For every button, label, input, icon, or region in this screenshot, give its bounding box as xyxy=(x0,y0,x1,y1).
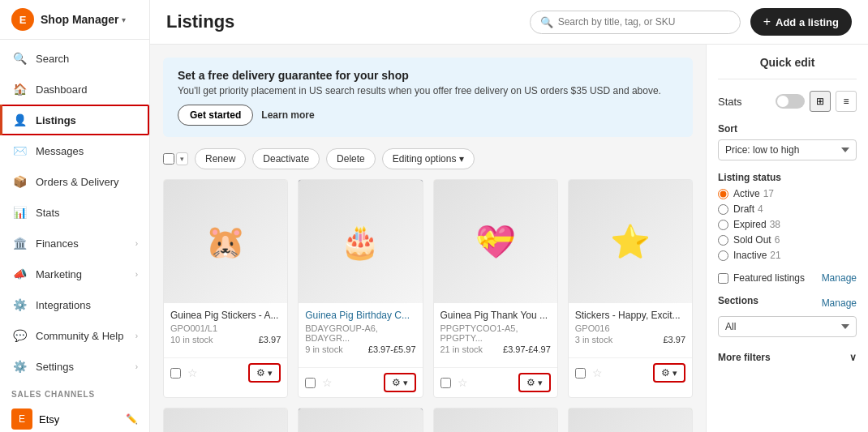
editing-options-button[interactable]: Editing options ▾ xyxy=(382,148,475,169)
listing-card[interactable]: 🐹 Guinea Pig Stickers - A... GPO001/L1 1… xyxy=(163,179,288,398)
sidebar-item-listings[interactable]: 👤 Listings xyxy=(0,105,149,135)
messages-icon: ✉️ xyxy=(11,143,28,159)
listing-card[interactable]: 🐭 Hamster Stickers... HAM001 7 in stock … xyxy=(568,408,693,432)
status-radio-draft[interactable]: Draft 4 xyxy=(718,203,857,215)
sort-section: Sort Price: low to highPrice: high to lo… xyxy=(718,123,857,160)
listing-checkbox[interactable] xyxy=(440,378,451,388)
sections-section: Sections Manage All xyxy=(718,295,857,337)
sidebar-item-messages[interactable]: ✉️ Messages xyxy=(0,135,149,166)
listing-image: 💝 xyxy=(434,180,557,303)
listing-checkbox[interactable] xyxy=(575,368,586,379)
sales-channels-label: SALES CHANNELS xyxy=(0,382,149,402)
get-started-button[interactable]: Get started xyxy=(178,105,253,126)
marketing-arrow-icon: › xyxy=(135,270,138,279)
stats-controls: ⊞ ≡ xyxy=(776,91,857,112)
listing-star-icon[interactable]: ☆ xyxy=(187,366,198,379)
sidebar-item-finances[interactable]: 🏛️ Finances › xyxy=(0,228,149,259)
main-area: Listings 🔍 + Add a listing Set a free de… xyxy=(150,0,868,432)
gear-icon: ⚙ xyxy=(526,377,535,388)
sidebar-item-dashboard[interactable]: 🏠 Dashboard xyxy=(0,74,149,105)
banner-title: Set a free delivery guarantee for your s… xyxy=(178,69,678,82)
add-listing-button[interactable]: + Add a listing xyxy=(750,8,852,36)
listing-card[interactable]: 🍀 Good Luck Card... GLUCK001 12 in stock… xyxy=(433,408,558,432)
listing-card[interactable]: 🎈 Guinea Pig Birthday... BDAY001 5 in st… xyxy=(298,408,423,432)
more-filters-chevron-icon: ∨ xyxy=(849,352,857,363)
gear-dropdown-arrow-icon: ▾ xyxy=(268,368,273,379)
dashboard-icon: 🏠 xyxy=(11,81,28,97)
content-area: Set a free delivery guarantee for your s… xyxy=(150,45,868,432)
listing-star-icon[interactable]: ☆ xyxy=(322,376,333,389)
listing-card[interactable]: 🐾 Guinea Pig Stickers... GPO002 8 in sto… xyxy=(163,408,288,432)
etsy-edit-icon[interactable]: ✏️ xyxy=(126,413,138,425)
delete-button[interactable]: Delete xyxy=(326,148,376,169)
sidebar-item-stats[interactable]: 📊 Stats xyxy=(0,197,149,228)
listing-gear-button[interactable]: ⚙ ▾ xyxy=(653,363,685,383)
listing-checkbox[interactable] xyxy=(170,368,181,379)
search-bar[interactable]: 🔍 xyxy=(530,11,741,34)
gear-icon: ⚙ xyxy=(392,377,401,388)
listings-icon: 👤 xyxy=(11,112,28,128)
sort-select[interactable]: Price: low to highPrice: high to lowNewe… xyxy=(718,139,857,160)
logo-arrow: ▾ xyxy=(122,15,126,24)
view-list-button[interactable]: ≡ xyxy=(836,91,857,112)
shop-manager-logo[interactable]: E Shop Manager ▾ xyxy=(0,0,149,40)
community-icon: 💬 xyxy=(11,327,28,344)
sidebar-item-community[interactable]: 💬 Community & Help › xyxy=(0,320,149,351)
status-radio-expired[interactable]: Expired 38 xyxy=(718,219,857,230)
select-dropdown-button[interactable]: ▾ xyxy=(176,152,188,165)
view-grid-button[interactable]: ⊞ xyxy=(810,91,831,112)
search-input[interactable] xyxy=(558,16,730,28)
sidebar-item-marketing[interactable]: 📣 Marketing › xyxy=(0,259,149,289)
etsy-icon: E xyxy=(11,408,32,430)
listing-sku: BDAYGROUP-A6, BDAYGR... xyxy=(305,323,415,343)
select-all-checkbox[interactable] xyxy=(163,153,174,165)
status-radio-sold_out[interactable]: Sold Out 6 xyxy=(718,234,857,246)
sidebar-item-orders[interactable]: 📦 Orders & Delivery xyxy=(0,166,149,197)
etsy-channel-item[interactable]: E Etsy ✏️ xyxy=(0,402,149,432)
deactivate-button[interactable]: Deactivate xyxy=(252,148,320,169)
listing-gear-button[interactable]: ⚙ ▾ xyxy=(518,373,551,392)
delivery-banner: Set a free delivery guarantee for your s… xyxy=(163,58,693,137)
listing-title-link[interactable]: Guinea Pig Birthday C... xyxy=(305,310,410,321)
listing-card[interactable]: 💝 Guinea Pig Thank You ... PPGPTYCOO1-A5… xyxy=(433,179,558,398)
listing-card[interactable]: ⭐ Stickers - Happy, Excit... GPO016 3 in… xyxy=(568,179,693,398)
sidebar-nav: 🔍 Search 🏠 Dashboard 👤 Listings ✉️ Messa… xyxy=(0,40,149,432)
sections-manage-link[interactable]: Manage xyxy=(822,297,857,309)
listing-star-icon[interactable]: ☆ xyxy=(458,376,468,389)
listing-gear-button[interactable]: ⚙ ▾ xyxy=(384,373,416,392)
settings-icon: ⚙️ xyxy=(11,358,28,374)
listing-checkbox[interactable] xyxy=(305,378,316,388)
featured-checkbox[interactable] xyxy=(718,273,728,284)
listing-info: Guinea Pig Birthday C... BDAYGROUP-A6, B… xyxy=(299,303,422,367)
renew-button[interactable]: Renew xyxy=(195,148,246,169)
listing-stock: 21 in stock xyxy=(440,344,483,354)
editing-options-arrow-icon: ▾ xyxy=(459,153,464,165)
listing-image: 🍀 xyxy=(434,408,557,432)
status-radio-inactive[interactable]: Inactive 21 xyxy=(718,250,857,261)
sidebar-item-search[interactable]: 🔍 Search xyxy=(0,43,149,74)
search-icon: 🔍 xyxy=(540,16,553,28)
status-radio-active[interactable]: Active 17 xyxy=(718,188,857,199)
featured-manage-link[interactable]: Manage xyxy=(822,272,857,284)
listing-image: 🎂 xyxy=(299,180,422,303)
status-radios: Active 17 Draft 4 Expired 38 Sold Out 6 … xyxy=(718,188,857,261)
more-filters-button[interactable]: More filters ∨ xyxy=(718,349,857,366)
stats-row: Stats ⊞ ≡ xyxy=(718,91,857,112)
stats-toggle[interactable] xyxy=(776,94,805,109)
sidebar-item-settings[interactable]: ⚙️ Settings › xyxy=(0,351,149,382)
listing-star-icon[interactable]: ☆ xyxy=(592,366,603,379)
sections-select[interactable]: All xyxy=(718,316,857,337)
select-all-wrap: ▾ xyxy=(163,152,188,165)
listings-grid: 🐹 Guinea Pig Stickers - A... GPO001/L1 1… xyxy=(163,179,693,432)
sidebar-item-integrations[interactable]: ⚙️ Integrations xyxy=(0,289,149,320)
learn-more-button[interactable]: Learn more xyxy=(261,109,314,121)
listing-actions: ☆ ⚙ ▾ xyxy=(569,357,692,387)
listing-image: 🐭 xyxy=(569,408,692,432)
listing-gear-button[interactable]: ⚙ ▾ xyxy=(248,363,281,383)
community-arrow-icon: › xyxy=(135,331,138,340)
integrations-icon: ⚙️ xyxy=(11,297,28,313)
plus-icon: + xyxy=(763,15,771,29)
listing-card[interactable]: 🎂 Guinea Pig Birthday C... BDAYGROUP-A6,… xyxy=(298,179,423,398)
listing-image: 🎈 xyxy=(299,408,422,432)
sections-label: Sections xyxy=(718,295,758,306)
